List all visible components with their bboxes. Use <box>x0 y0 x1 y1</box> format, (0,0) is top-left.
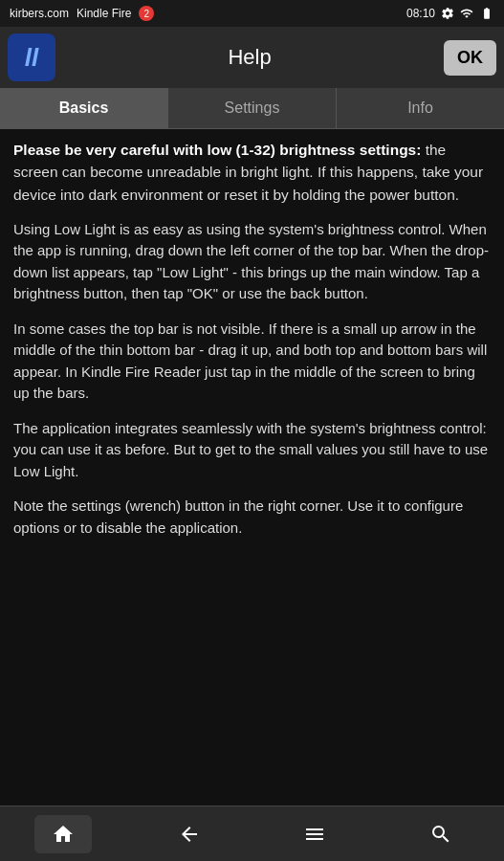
back-button[interactable] <box>161 815 218 853</box>
menu-icon <box>303 823 326 846</box>
tab-settings[interactable]: Settings <box>168 88 337 128</box>
content-area: Please be very careful with low (1-32) b… <box>0 129 504 806</box>
status-left: kirbers.com Kindle Fire 2 <box>10 6 154 21</box>
paragraph-3: In some cases the top bar is not visible… <box>13 319 491 405</box>
site-label: kirbers.com <box>10 7 69 20</box>
page-title: Help <box>55 45 444 70</box>
search-icon <box>429 823 452 846</box>
menu-button[interactable] <box>286 815 343 853</box>
tab-info[interactable]: Info <box>337 88 504 128</box>
home-icon <box>52 823 75 846</box>
paragraph-2: Using Low Light is as easy as using the … <box>13 219 491 305</box>
status-right: 08:10 <box>406 7 494 20</box>
app-icon: ll <box>8 33 55 81</box>
paragraph-4: The application integrates seamlessly wi… <box>13 418 491 483</box>
search-button[interactable] <box>412 815 470 853</box>
ok-button[interactable]: OK <box>444 40 496 76</box>
bottom-nav <box>0 806 504 861</box>
device-label: Kindle Fire <box>77 7 131 20</box>
tab-bar: Basics Settings Info <box>0 88 504 129</box>
tab-basics[interactable]: Basics <box>0 88 168 128</box>
time-label: 08:10 <box>406 7 435 20</box>
paragraph-warning: Please be very careful with low (1-32) b… <box>13 139 491 206</box>
warning-bold: Please be very careful with low (1-32) b… <box>13 142 421 158</box>
battery-icon <box>479 7 494 20</box>
gear-icon <box>441 7 454 20</box>
paragraph-5: Note the settings (wrench) button in the… <box>13 496 491 539</box>
notification-badge: 2 <box>139 6 154 21</box>
title-bar: ll Help OK <box>0 27 504 88</box>
home-button[interactable] <box>34 815 92 853</box>
status-bar: kirbers.com Kindle Fire 2 08:10 <box>0 0 504 27</box>
wifi-icon <box>460 7 473 20</box>
back-icon <box>178 823 201 846</box>
